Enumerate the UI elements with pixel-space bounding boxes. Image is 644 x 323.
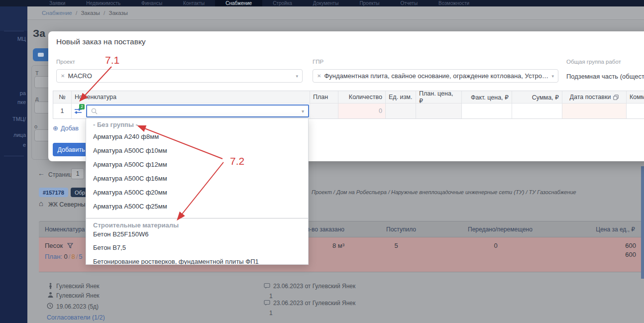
col-plan: План xyxy=(310,91,338,104)
row-comment-cell[interactable] xyxy=(627,104,644,118)
col-sum: Сумма, ₽ xyxy=(512,91,562,104)
row-price: 600 xyxy=(625,242,636,249)
row-fact-price-cell[interactable] xyxy=(462,104,512,118)
dropdown-item[interactable]: Арматура А500С ф12мм xyxy=(93,161,303,168)
col-num: № xyxy=(53,91,72,104)
sidebar-item-fragment[interactable]: пке xyxy=(17,99,26,105)
scrollbar-thumb[interactable] xyxy=(641,166,644,279)
nav-item-finansy[interactable]: Финансы xyxy=(131,0,173,6)
dropdown-item[interactable]: Бетонирование ростверков, фундаментной п… xyxy=(93,258,303,265)
breadcrumb-zakazy-2: Заказы xyxy=(108,10,127,16)
dropdown-divider xyxy=(86,218,309,218)
sidebar-item-fragment[interactable]: ТМЦ/ xyxy=(12,116,26,122)
submit-order-button[interactable]: Добавить xyxy=(53,143,90,156)
dropdown-group-building-materials: Строительные материалы xyxy=(93,221,179,229)
order-id-badge[interactable]: #157178 xyxy=(39,188,68,197)
row-received: 5 xyxy=(387,242,405,249)
nomenclature-search-input[interactable]: ▾ xyxy=(86,105,309,117)
col-delivery-date: Дата поставки xyxy=(562,91,627,104)
funnel-icon[interactable] xyxy=(67,243,73,249)
nav-item-proekty[interactable]: Проекты xyxy=(349,0,390,6)
col-unit: Ед. изм. xyxy=(386,91,416,104)
comment-icon xyxy=(264,283,270,289)
nav-item-otchety[interactable]: Отчеты xyxy=(390,0,429,6)
col-received: Поступило xyxy=(386,226,416,233)
dropdown-group-no-group: - Без группы - xyxy=(93,121,138,128)
filter-label: Т xyxy=(35,70,39,76)
breadcrumb-separator: / xyxy=(102,10,107,16)
plus-circle-icon: ⊕ xyxy=(53,124,58,132)
sidebar-item-fragment[interactable]: е xyxy=(23,142,26,148)
dropdown-item[interactable]: Бетон В7,5 xyxy=(93,244,303,251)
breadcrumb-zakazy[interactable]: Заказы xyxy=(81,10,100,16)
nav-item-snabzhenie[interactable]: Снабжение xyxy=(215,0,262,6)
prev-page-arrow-icon[interactable]: ← xyxy=(38,169,45,177)
order-item-row: 1 2 ▾ xyxy=(53,104,644,118)
row-nomenclature: Песок xyxy=(45,242,63,249)
breadcrumb-link-snabzhenie[interactable]: Снабжение xyxy=(42,10,72,16)
comment-count: 1 xyxy=(269,310,273,317)
row-qty: 8 м³ xyxy=(332,242,344,249)
sidebar-divider xyxy=(4,31,24,31)
comment-icon xyxy=(264,300,270,306)
person-icon xyxy=(47,292,54,298)
order-items-header: № Номенклатура План Количество Ед. изм. … xyxy=(53,91,644,104)
comment-meta: 23.06.2023 от Гулевский Янек xyxy=(273,300,355,307)
sidebar-item-fragment[interactable]: МЦ xyxy=(17,36,26,42)
col-comment: Комме xyxy=(627,91,644,104)
project-select[interactable]: ✕ MACRO ▾ xyxy=(56,69,303,83)
col-plan-price: План. цена, ₽ xyxy=(416,91,462,104)
responsible-name: Гулевский Янек xyxy=(56,292,100,299)
row-plan-cell xyxy=(310,104,338,118)
dropdown-item[interactable]: Арматура А500С ф16мм xyxy=(93,175,303,182)
dropdown-item[interactable]: Арматура А500С ф25мм xyxy=(93,203,303,210)
breadcrumb-separator: / xyxy=(74,10,79,16)
add-row-link[interactable]: ⊕ Добав xyxy=(53,124,79,132)
work-group-label: Общая группа работ xyxy=(566,59,621,65)
sidebar-top-block xyxy=(0,6,27,31)
sidebar-item-fragment[interactable]: лица xyxy=(13,132,26,138)
comment-meta: 23.06.2023 от Гулевский Янек xyxy=(273,283,355,290)
order-work-path: Проект / Дом на Робеспьера / Наружные вн… xyxy=(312,189,576,195)
chevron-down-icon[interactable]: ▾ xyxy=(302,108,304,114)
dropdown-item[interactable]: Арматура А500С ф10мм xyxy=(93,147,303,154)
plan-value-2: 8 xyxy=(71,253,75,260)
left-sidebar: МЦ ра пке ТМЦ/ лица е xyxy=(0,6,27,323)
nav-item-stroyka[interactable]: Стройка xyxy=(262,0,303,6)
author-name: Гулевский Янек xyxy=(56,283,100,290)
button-icon xyxy=(38,53,44,57)
copy-icon[interactable] xyxy=(613,95,619,100)
gpr-select-value: Фундаментная плита, свайное основание, о… xyxy=(324,72,548,80)
dropdown-item[interactable]: Бетон B25F150W6 xyxy=(93,230,303,238)
gpr-field-label: ГПР xyxy=(313,59,323,65)
sidebar-divider xyxy=(4,156,24,156)
clear-x-icon[interactable]: ✕ xyxy=(61,73,65,79)
col-nomenclature: Номенклатура xyxy=(72,91,310,104)
dropdown-item[interactable]: Арматура А500С ф20мм xyxy=(93,189,303,196)
chevron-down-icon: ▾ xyxy=(296,74,298,79)
col-transferred: Передано/перемещено xyxy=(468,226,533,233)
nav-item-zayavki[interactable]: Заявки xyxy=(39,0,76,6)
nav-item-dokumenty[interactable]: Документы xyxy=(303,0,349,6)
approvers-link[interactable]: Согласователи (1/2) xyxy=(47,314,105,321)
row-plan-price-cell xyxy=(416,104,462,118)
clear-x-icon[interactable]: ✕ xyxy=(317,73,321,79)
nav-item-kontakty[interactable]: Контакты xyxy=(173,0,215,6)
plan-value-3: 5 xyxy=(79,253,82,260)
dropdown-item[interactable]: Арматура А240 ф8мм xyxy=(93,133,303,140)
nav-item-nedvizhimost[interactable]: Недвижимость xyxy=(76,0,131,6)
nav-item-vozmozhnosti[interactable]: Возможности xyxy=(428,0,480,6)
breadcrumb-bar: Снабжение / Заказы / Заказы xyxy=(27,6,644,20)
row-quantity-cell[interactable]: 0 xyxy=(338,104,386,118)
sidebar-item-fragment[interactable]: ра xyxy=(20,90,26,96)
page-number-input[interactable] xyxy=(71,168,84,179)
plan-label: План: xyxy=(45,253,62,260)
building-name: ЖК Северны xyxy=(48,201,86,208)
gpr-select[interactable]: ✕ Фундаментная плита, свайное основание,… xyxy=(313,69,558,83)
work-group-value: Подземная часть (общестро xyxy=(566,73,644,80)
row-price-alt: 600 xyxy=(625,251,636,258)
plan-value-1: 0 xyxy=(64,253,68,260)
col-nomenclature: Номенклатура xyxy=(45,226,85,233)
row-delivery-date-cell[interactable] xyxy=(562,104,627,118)
comment-count: 1 xyxy=(269,293,273,300)
